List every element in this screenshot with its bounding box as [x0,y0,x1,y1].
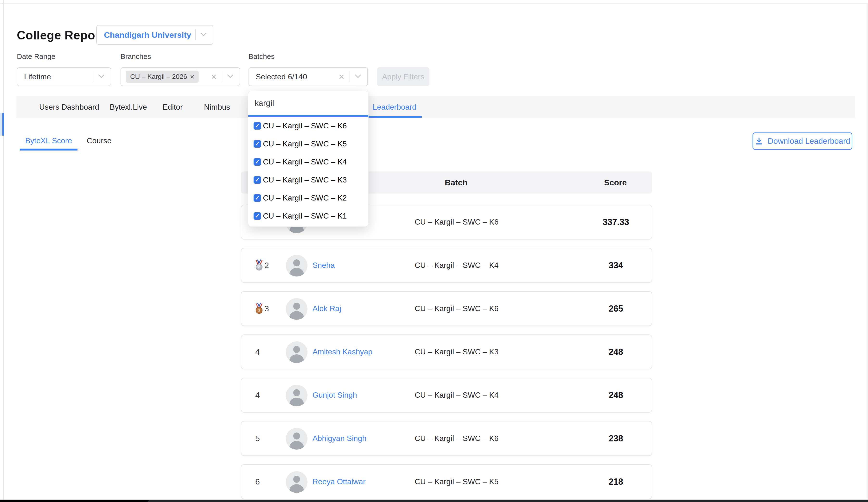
column-header-batch: Batch [445,171,467,194]
branches-select[interactable]: CU – Kargil – 2026 × × [121,67,240,86]
search-input-underline [248,115,368,117]
chip-remove-icon[interactable]: × [190,73,195,81]
batch-cell: CU – Kargil – SWC – K4 [415,378,499,412]
checkbox-checked-icon[interactable] [254,158,261,166]
checkbox-checked-icon[interactable] [254,176,261,184]
sidebar-active-indicator-bar [2,113,4,136]
silver-medal-icon: 2 [255,260,263,271]
rank-cell: 4 [255,335,282,369]
avatar [286,428,308,450]
branch-chip[interactable]: CU – Kargil – 2026 × [126,71,199,83]
download-icon [755,137,763,145]
leaderboard-rows: CU – Kargil – SWC – K6 337.33 2 2 Sneha … [241,205,652,502]
batch-option[interactable]: CU – Kargil – SWC – K5 [248,135,368,153]
batch-cell: CU – Kargil – SWC – K6 [415,292,499,325]
left-border-line [3,0,4,502]
sidebar-active-indicator [0,113,2,136]
date-range-value: Lifetime [17,72,93,81]
batch-search-input[interactable]: kargil [248,91,368,115]
student-name-link[interactable]: Gunjot Singh [312,378,357,412]
subtab-course[interactable]: Course [85,133,114,149]
rank-cell: 3 3 [255,292,282,325]
table-row: 2 2 Sneha CU – Kargil – SWC – K4 334 [241,248,652,283]
table-row: 4 Gunjot Singh CU – Kargil – SWC – K4 24… [241,378,652,412]
chevron-down-icon[interactable] [227,72,233,78]
apply-filters-button[interactable]: Apply Filters [377,67,430,86]
tab-nimbus[interactable]: Nimbus [204,96,230,118]
rank-value: 3 [265,304,269,313]
rank-value: 5 [255,434,260,443]
batch-options-list: CU – Kargil – SWC – K6 CU – Kargil – SWC… [248,117,368,225]
batch-option[interactable]: CU – Kargil – SWC – K2 [248,189,368,207]
download-leaderboard-button[interactable]: Download Leaderboard [753,133,852,150]
batch-option[interactable]: CU – Kargil – SWC – K3 [248,171,368,189]
clear-batches-icon[interactable]: × [339,72,344,82]
download-leaderboard-label: Download Leaderboard [768,137,850,146]
student-name-link[interactable]: Sneha [312,248,335,282]
score-cell: 248 [609,378,623,412]
tab-editor[interactable]: Editor [163,96,183,118]
score-cell: 334 [609,248,623,282]
batch-cell: CU – Kargil – SWC – K6 [415,205,499,239]
active-subtab-underline [20,149,78,150]
avatar [286,471,308,493]
rank-cell: 6 [255,465,282,499]
active-tab-underline [368,116,422,118]
checkbox-checked-icon[interactable] [254,194,261,202]
checkbox-checked-icon[interactable] [254,140,261,148]
batches-dropdown-panel: kargil CU – Kargil – SWC – K6 CU – Kargi… [248,91,369,227]
main-tab-bar: Users Dashboard Bytexl.Live Editor Nimbu… [16,96,855,118]
clear-branches-icon[interactable]: × [211,72,217,82]
branch-chip-label: CU – Kargil – 2026 [130,73,187,81]
rank-cell: 4 [255,378,282,412]
batches-select[interactable]: Selected 6/140 × [248,67,368,86]
college-report-page: College Report | Chandigarh University D… [0,0,868,502]
batch-option[interactable]: CU – Kargil – SWC – K1 [248,207,368,225]
table-row: 5 Abhigyan Singh CU – Kargil – SWC – K6 … [241,421,652,456]
batch-cell: CU – Kargil – SWC – K3 [415,335,499,369]
student-name-link[interactable]: Reeya Ottalwar [312,465,366,499]
avatar [286,298,308,320]
university-select-value: Chandigarh University [97,30,195,40]
select-divider [222,71,222,82]
student-name-link[interactable]: Amitesh Kashyap [312,335,372,369]
chevron-down-icon[interactable] [98,72,104,78]
select-divider [350,71,350,82]
chevron-down-icon[interactable] [355,72,361,78]
rank-cell: 2 2 [255,248,282,282]
select-divider [195,29,196,40]
batch-option[interactable]: CU – Kargil – SWC – K4 [248,153,368,171]
branches-label: Branches [121,52,151,61]
bronze-medal-icon: 3 [255,303,263,314]
date-range-label: Date Range [17,52,55,61]
batches-label: Batches [248,52,275,61]
batch-search-value: kargil [255,98,274,108]
batch-option[interactable]: CU – Kargil – SWC – K6 [248,117,368,135]
date-range-select[interactable]: Lifetime [17,67,111,86]
score-cell: 248 [609,335,623,369]
rank-value: 2 [265,261,269,270]
university-select[interactable]: Chandigarh University [96,25,214,45]
subtab-bytexl-score[interactable]: ByteXL Score [20,133,78,149]
checkbox-checked-icon[interactable] [254,122,261,129]
tab-leaderboard[interactable]: Leaderboard [368,96,422,118]
student-name-link[interactable]: Abhigyan Singh [312,421,366,456]
top-border-line [0,3,868,4]
checkbox-checked-icon[interactable] [254,212,261,220]
batch-cell: CU – Kargil – SWC – K5 [415,465,499,499]
column-header-score: Score [604,171,627,194]
batch-cell: CU – Kargil – SWC – K4 [415,248,499,282]
batches-select-value: Selected 6/140 [249,72,339,81]
rank-value: 4 [255,390,260,400]
rank-value: 4 [255,347,260,357]
rank-cell: 5 [255,421,282,456]
chevron-down-icon[interactable] [200,30,206,36]
table-row: 6 Reeya Ottalwar CU – Kargil – SWC – K5 … [241,464,652,499]
tab-bytexl-live[interactable]: Bytexl.Live [110,96,147,118]
score-cell: 218 [609,465,623,499]
bottom-window-edge [148,500,868,502]
select-divider [93,71,93,82]
student-name-link[interactable]: Alok Raj [312,292,341,325]
batch-cell: CU – Kargil – SWC – K6 [415,421,499,456]
tab-users-dashboard[interactable]: Users Dashboard [39,96,99,118]
